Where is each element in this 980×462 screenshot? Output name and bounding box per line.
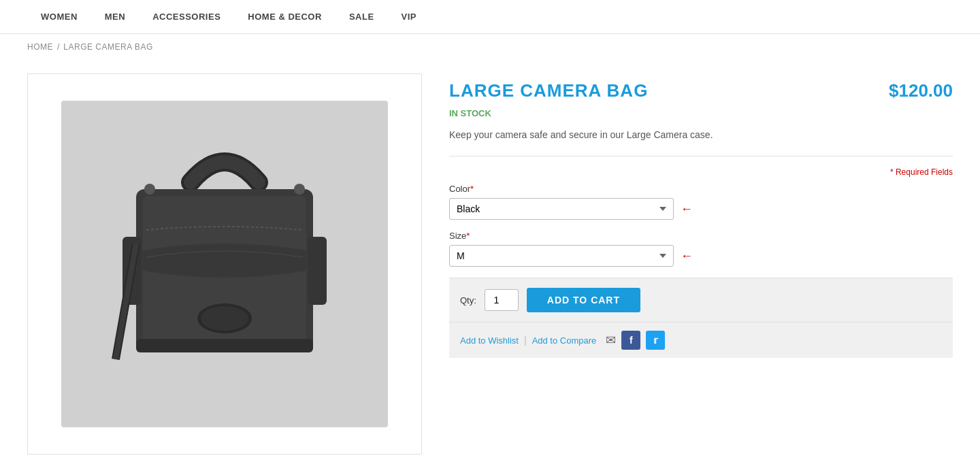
svg-point-3 bbox=[201, 306, 248, 331]
add-to-cart-section: Qty: ADD TO CART bbox=[449, 278, 953, 322]
nav-men[interactable]: MEN bbox=[91, 12, 139, 22]
main-navigation: WOMEN MEN ACCESSORIES HOME & DECOR SALE … bbox=[0, 0, 980, 34]
nav-accessories[interactable]: ACCESSORIES bbox=[139, 12, 234, 22]
breadcrumb: HOME / LARGE CAMERA BAG bbox=[0, 34, 980, 60]
product-price: $120.00 bbox=[889, 80, 953, 101]
nav-vip[interactable]: VIP bbox=[388, 12, 430, 22]
actions-section: Add to Wishlist | Add to Compare ✉ f 𝕣 bbox=[449, 322, 953, 358]
product-description: Keep your camera safe and secure in our … bbox=[449, 128, 953, 142]
color-select[interactable]: Black Brown Gray bbox=[449, 198, 674, 220]
actions-separator: | bbox=[524, 335, 527, 346]
qty-label: Qty: bbox=[460, 295, 476, 306]
size-option-row: Size* S M L XL ← bbox=[449, 231, 953, 267]
add-to-compare-link[interactable]: Add to Compare bbox=[532, 335, 597, 346]
color-label: Color* bbox=[449, 184, 953, 194]
size-arrow-indicator: ← bbox=[681, 249, 693, 263]
nav-home-decor[interactable]: HOME & DECOR bbox=[234, 12, 336, 22]
product-bag-svg bbox=[109, 128, 340, 400]
email-icon[interactable]: ✉ bbox=[606, 333, 616, 348]
stock-status: IN STOCK bbox=[449, 108, 953, 118]
product-header: LARGE CAMERA BAG $120.00 bbox=[449, 80, 953, 101]
breadcrumb-home-link[interactable]: HOME bbox=[27, 42, 53, 52]
size-select-wrapper: S M L XL ← bbox=[449, 245, 953, 267]
breadcrumb-separator: / bbox=[57, 42, 59, 52]
required-notice: * Required Fields bbox=[449, 167, 953, 177]
svg-rect-5 bbox=[308, 237, 327, 305]
color-select-wrapper: Black Brown Gray ← bbox=[449, 198, 953, 220]
twitter-icon[interactable]: 𝕣 bbox=[646, 331, 665, 350]
options-section: * Required Fields Color* Black Brown Gra… bbox=[449, 156, 953, 358]
product-page: LARGE CAMERA BAG $120.00 IN STOCK Keep y… bbox=[0, 60, 980, 462]
qty-input[interactable] bbox=[485, 289, 519, 311]
social-icons: ✉ f 𝕣 bbox=[606, 331, 665, 350]
svg-rect-6 bbox=[136, 339, 313, 352]
add-to-wishlist-link[interactable]: Add to Wishlist bbox=[460, 335, 519, 346]
product-details: LARGE CAMERA BAG $120.00 IN STOCK Keep y… bbox=[449, 73, 953, 455]
size-select[interactable]: S M L XL bbox=[449, 245, 674, 267]
color-arrow-indicator: ← bbox=[681, 202, 693, 216]
breadcrumb-current: LARGE CAMERA BAG bbox=[63, 42, 152, 52]
nav-women[interactable]: WOMEN bbox=[27, 12, 91, 22]
add-to-cart-button[interactable]: ADD TO CART bbox=[527, 288, 640, 312]
color-option-row: Color* Black Brown Gray ← bbox=[449, 184, 953, 220]
nav-sale[interactable]: SALE bbox=[336, 12, 388, 22]
svg-point-7 bbox=[144, 184, 155, 195]
size-label: Size* bbox=[449, 231, 953, 241]
svg-point-8 bbox=[294, 184, 305, 195]
product-image bbox=[61, 101, 388, 427]
product-image-container bbox=[27, 73, 422, 455]
facebook-icon[interactable]: f bbox=[621, 331, 640, 350]
product-title: LARGE CAMERA BAG bbox=[449, 80, 648, 101]
